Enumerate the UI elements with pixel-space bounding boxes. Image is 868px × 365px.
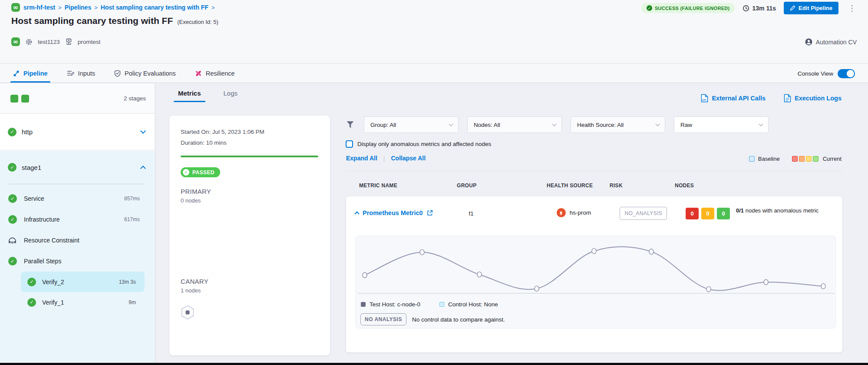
anomalous-nodes-text: 0/1 nodes with anomalous metric (736, 207, 842, 215)
execution-logs-link[interactable]: Execution Logs (784, 94, 842, 103)
clock-icon (743, 5, 749, 12)
tab-metrics[interactable]: Metrics (178, 90, 201, 102)
metric-row-card: Prometheus Metric0 f1 hs-prom NO_ANALYSI… (346, 196, 842, 352)
col-group: GROUP (457, 182, 547, 189)
step-item-parallel-steps[interactable]: ✓ Parallel Steps (0, 251, 155, 272)
breadcrumb-pipeline-name[interactable]: Host sampling canary testing with FF (101, 4, 208, 11)
collapse-metric-chevron-icon[interactable] (354, 211, 359, 216)
resource-constraint-icon (8, 237, 17, 244)
group-filter-dropdown[interactable]: Group: All (364, 116, 459, 133)
inputs-icon (67, 70, 74, 76)
page-header: ∞ srm-hf-test > Pipelines > Host samplin… (0, 0, 868, 63)
yellow-node-count-badge: 0 (701, 208, 714, 219)
success-check-icon: ✓ (8, 215, 17, 224)
step-item-verify-1[interactable]: ✓ Verify_1 9m (21, 292, 145, 312)
check-icon: ✓ (183, 169, 189, 176)
green-node-count-badge: 0 (717, 208, 730, 219)
primary-label: PRIMARY (181, 188, 318, 195)
execution-summary-card: Started On: Jul 5, 2023 1:06 PM Duration… (169, 116, 330, 355)
health-source-filter-dropdown[interactable]: Health Source: All (571, 116, 665, 133)
no-analysis-reason: No control data to compare against. (412, 316, 505, 323)
chevron-down-icon (552, 122, 557, 126)
stage-item-http[interactable]: ✓ http (0, 114, 155, 150)
baseline-swatch (749, 156, 755, 162)
expand-all-link[interactable]: Expand All (346, 155, 377, 162)
stage-success-square (10, 95, 18, 103)
page-title: Host sampling canary testing with FF (11, 16, 173, 26)
metrics-table-header: METRIC NAME GROUP HEALTH SOURCE RISK NOD… (346, 182, 842, 189)
test-host-swatch (361, 302, 366, 307)
metric-chart-panel: Test Host: c-node-0 Control Host: None N… (355, 236, 836, 328)
nodes-filter-dropdown[interactable]: Nodes: All (467, 116, 562, 133)
chart-color-legend: Baseline Current (749, 156, 842, 162)
tab-inputs[interactable]: Inputs (67, 64, 96, 83)
tab-logs[interactable]: Logs (224, 90, 238, 102)
stages-count: 2 stages (124, 95, 146, 102)
passed-badge: ✓ PASSED (181, 167, 220, 177)
current-label: Current (823, 156, 842, 162)
data-type-dropdown[interactable]: Raw (674, 116, 769, 133)
edit-pipeline-button[interactable]: Edit Pipeline (784, 2, 838, 14)
canary-node-hexagon[interactable] (181, 305, 195, 320)
console-view-label: Console View (798, 70, 833, 77)
test-host-label: Test Host: c-node-0 (370, 301, 420, 308)
nodes-summary: 0 0 0 0/1 nodes with anomalous metric (686, 207, 842, 219)
breadcrumb: ∞ srm-hf-test > Pipelines > Host samplin… (11, 3, 215, 12)
stage-success-square (21, 95, 29, 103)
duration: Duration: 10 mins (181, 139, 318, 146)
metric-line-chart[interactable] (356, 239, 836, 299)
verify-step-tabs: Metrics Logs (178, 90, 238, 102)
step-item-service[interactable]: ✓ Service 857ms (0, 188, 155, 209)
status-badge: ✓ SUCCESS (FAILURE IGNORED) (641, 3, 735, 13)
service-name[interactable]: test1123 (38, 39, 60, 45)
chevron-down-icon (759, 122, 763, 126)
chevron-up-icon (140, 166, 146, 171)
stages-summary: 2 stages (0, 83, 155, 114)
started-on: Started On: Jul 5, 2023 1:06 PM (181, 129, 318, 135)
breadcrumb-separator: > (211, 4, 215, 11)
metric-row: Prometheus Metric0 f1 hs-prom NO_ANALYSI… (346, 207, 842, 220)
collapse-all-link[interactable]: Collapse All (391, 155, 426, 162)
svg-text:API: API (702, 99, 706, 101)
success-check-icon: ✓ (8, 163, 17, 172)
canary-label: CANARY (181, 278, 318, 285)
tab-pipeline[interactable]: Pipeline (13, 64, 48, 83)
canary-nodes-count: 1 nodes (181, 287, 318, 294)
console-view-toggle[interactable] (838, 69, 855, 78)
tab-policy-evaluations[interactable]: Policy Evaluations (114, 64, 176, 83)
more-options-icon[interactable]: ⋮ (846, 3, 858, 13)
metric-name-link[interactable]: Prometheus Metric0 (363, 209, 423, 216)
current-red-swatch (792, 156, 798, 162)
red-node-count-badge: 0 (686, 208, 699, 219)
external-api-calls-link[interactable]: API External API Calls (701, 94, 766, 103)
step-item-verify-2[interactable]: ✓ Verify_2 13m 3s (21, 272, 145, 292)
primary-nodes-count: 0 nodes (181, 197, 318, 204)
current-yellow-swatch (806, 156, 812, 162)
step-item-infrastructure[interactable]: ✓ Infrastructure 617ms (0, 209, 155, 230)
success-check-icon: ✓ (8, 257, 17, 265)
step-item-resource-constraint[interactable]: Resource Constraint (0, 230, 155, 251)
baseline-label: Baseline (758, 156, 780, 162)
anomalous-only-checkbox[interactable] (346, 140, 353, 148)
environment-name[interactable]: promtest (78, 39, 101, 45)
harness-service-icon: ∞ (11, 37, 20, 46)
breadcrumb-pipelines[interactable]: Pipelines (65, 4, 91, 11)
pipeline-icon (13, 70, 20, 77)
control-host-swatch (439, 302, 444, 307)
anomalous-only-label: Display only anomalous metrics and affec… (357, 141, 491, 147)
stage1-section: ✓ stage1 ✓ Service 857ms ✓ Infrastructur… (0, 151, 155, 363)
divider (346, 171, 842, 171)
filter-icon[interactable] (346, 121, 354, 129)
breadcrumb-separator: > (58, 4, 62, 11)
stage-item-stage1[interactable]: ✓ stage1 (0, 151, 155, 184)
no-analysis-badge: NO ANALYSIS (360, 313, 406, 325)
risk-badge: NO_ANALYSIS (620, 207, 667, 220)
tab-resilience[interactable]: Resilience (195, 64, 235, 83)
divider: | (383, 155, 385, 162)
col-nodes: NODES (675, 182, 842, 189)
api-document-icon: API (701, 94, 708, 103)
main-tabbar: Pipeline Inputs Policy Evaluations Resil… (0, 64, 868, 83)
col-metric-name: METRIC NAME (346, 182, 457, 189)
breadcrumb-project[interactable]: srm-hf-test (23, 4, 55, 11)
external-link-icon[interactable] (427, 210, 433, 216)
